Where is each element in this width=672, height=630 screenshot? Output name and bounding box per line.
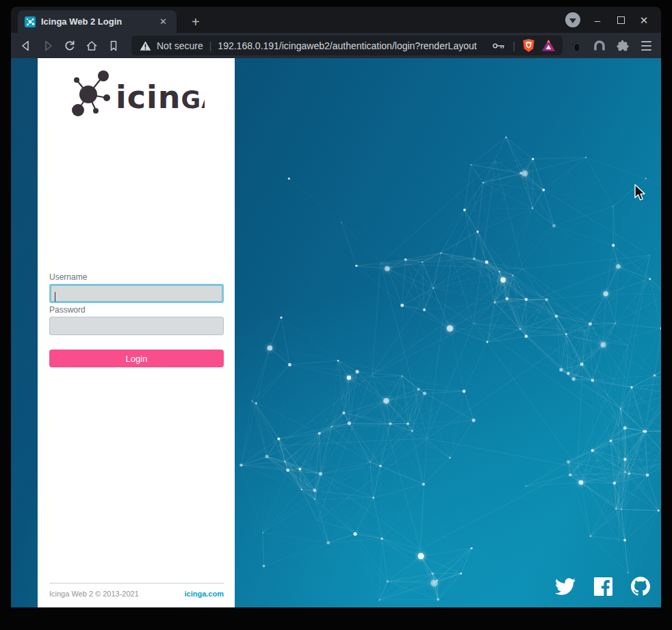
login-panel: icinGA Username Password Login Icinga We… (38, 58, 235, 607)
copyright-text: Icinga Web 2 © 2013-2021 (49, 590, 139, 598)
home-icon (85, 39, 99, 53)
back-arrow-icon (19, 39, 33, 53)
warning-triangle-icon (140, 40, 151, 51)
back-button[interactable] (18, 38, 34, 54)
page-viewport: icinGA Username Password Login Icinga We… (11, 58, 661, 607)
facebook-icon[interactable] (594, 577, 612, 596)
puzzle-icon (616, 39, 630, 53)
forward-button[interactable] (40, 38, 56, 54)
caret-down-icon (569, 18, 576, 23)
maximize-icon (617, 16, 625, 24)
icinga-logo: icinGA (68, 67, 205, 120)
arc-icon (593, 39, 606, 53)
brave-shield-icon[interactable] (522, 38, 535, 53)
mouse-cursor (634, 184, 650, 203)
gnome-extension-button[interactable] (568, 38, 584, 54)
arc-extension-button[interactable] (591, 38, 608, 54)
window-close-button[interactable]: ✕ (638, 15, 650, 25)
new-tab-button[interactable]: + (188, 15, 204, 29)
home-button[interactable] (83, 38, 100, 54)
reload-button[interactable] (62, 38, 78, 54)
login-form: Username Password Login (49, 272, 224, 367)
maximize-button[interactable] (615, 15, 627, 25)
icinga-com-link[interactable]: icinga.com (185, 590, 224, 598)
address-bar[interactable]: Not secure | 192.168.0.191/icingaweb2/au… (131, 36, 563, 55)
profile-badge[interactable] (565, 12, 580, 27)
browser-toolbar: Not secure | 192.168.0.191/icingaweb2/au… (11, 33, 661, 58)
hamburger-icon (641, 41, 651, 42)
tab-close-icon[interactable]: ✕ (155, 15, 171, 28)
tab-strip: Icinga Web 2 Login ✕ + – ✕ (11, 7, 661, 33)
minimize-button[interactable]: – (591, 15, 604, 25)
password-label: Password (49, 305, 224, 315)
gnome-foot-icon (569, 39, 583, 53)
svg-text:icinGA: icinGA (116, 79, 205, 116)
login-button[interactable]: Login (49, 350, 224, 367)
bookmark-icon (107, 39, 120, 53)
key-icon[interactable] (492, 40, 506, 51)
username-label: Username (49, 272, 224, 282)
browser-menu-button[interactable] (638, 38, 654, 54)
forward-arrow-icon (41, 39, 55, 53)
browser-window: Icinga Web 2 Login ✕ + – ✕ Not secu (11, 7, 661, 607)
logo-text-caps: GA (181, 86, 205, 114)
tab-title: Icinga Web 2 Login (41, 16, 155, 27)
logo-text-main: icin (116, 79, 181, 116)
social-links (555, 577, 650, 596)
username-input[interactable] (49, 284, 224, 303)
twitter-icon[interactable] (555, 578, 576, 595)
icinga-favicon-icon (25, 16, 36, 27)
bookmark-button[interactable] (105, 38, 122, 54)
url-text[interactable]: 192.168.0.191/icingaweb2/authentication/… (218, 40, 492, 51)
text-caret (55, 292, 55, 302)
password-input[interactable] (49, 317, 224, 335)
github-icon[interactable] (631, 577, 650, 596)
reload-icon (63, 39, 77, 53)
extensions-button[interactable] (615, 38, 631, 54)
bat-triangle-icon[interactable] (541, 39, 556, 52)
omnibox-divider-2: | (513, 40, 515, 51)
tab-icinga-login[interactable]: Icinga Web 2 Login ✕ (18, 10, 177, 33)
security-label[interactable]: Not secure (157, 40, 203, 51)
omnibox-divider: | (209, 40, 212, 51)
login-footer: Icinga Web 2 © 2013-2021 icinga.com (49, 583, 224, 598)
